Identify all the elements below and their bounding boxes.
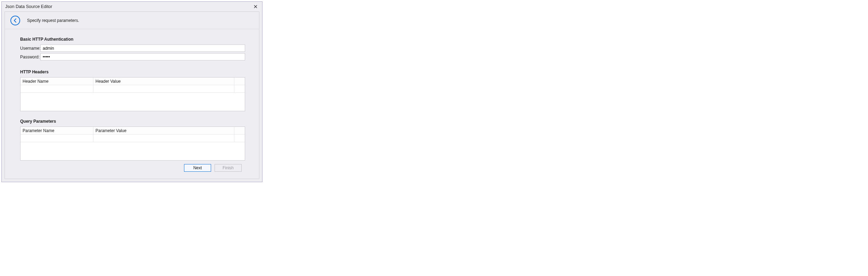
json-data-source-editor-dialog: Json Data Source Editor Specify request … <box>1 1 262 182</box>
username-row: Username: <box>20 44 245 52</box>
password-row: Password: <box>20 53 245 60</box>
titlebar: Json Data Source Editor <box>2 2 262 11</box>
wizard-content: Basic HTTP Authentication Username: Pass… <box>5 29 259 179</box>
query-parameters-grid: Parameter Name Parameter Value <box>20 127 245 161</box>
finish-button: Finish <box>215 164 242 172</box>
query-col-action <box>234 127 245 134</box>
query-col-value[interactable]: Parameter Value <box>93 127 234 134</box>
query-grid-header: Parameter Name Parameter Value <box>20 127 245 135</box>
header-name-cell[interactable] <box>20 85 93 92</box>
query-section-title: Query Parameters <box>20 119 245 124</box>
wizard-header: Specify request parameters. <box>5 12 259 29</box>
headers-col-action <box>234 78 245 85</box>
close-icon <box>254 4 257 9</box>
headers-grid-header: Header Name Header Value <box>20 78 245 85</box>
wizard-footer: Next Finish <box>20 161 245 175</box>
username-label: Username: <box>20 46 40 51</box>
headers-grid-empty-space <box>20 93 245 111</box>
username-input[interactable] <box>40 44 245 52</box>
close-button[interactable] <box>251 3 260 10</box>
wizard-subtitle: Specify request parameters. <box>27 18 79 23</box>
auth-section-title: Basic HTTP Authentication <box>20 37 245 42</box>
window-title: Json Data Source Editor <box>5 4 251 9</box>
header-value-cell[interactable] <box>93 85 234 92</box>
arrow-left-icon <box>13 18 18 23</box>
wizard-panel: Specify request parameters. Basic HTTP A… <box>5 11 259 179</box>
back-button[interactable] <box>10 16 20 25</box>
next-button[interactable]: Next <box>184 164 211 172</box>
password-input[interactable] <box>40 53 245 60</box>
http-headers-grid: Header Name Header Value <box>20 77 245 111</box>
param-action-cell[interactable] <box>234 135 245 142</box>
table-row[interactable] <box>20 85 245 93</box>
table-row[interactable] <box>20 135 245 142</box>
param-value-cell[interactable] <box>93 135 234 142</box>
query-col-name[interactable]: Parameter Name <box>20 127 93 134</box>
headers-col-value[interactable]: Header Value <box>93 78 234 85</box>
param-name-cell[interactable] <box>20 135 93 142</box>
headers-col-name[interactable]: Header Name <box>20 78 93 85</box>
header-action-cell[interactable] <box>234 85 245 92</box>
query-grid-empty-space <box>20 142 245 160</box>
headers-section-title: HTTP Headers <box>20 70 245 74</box>
password-label: Password: <box>20 55 40 59</box>
